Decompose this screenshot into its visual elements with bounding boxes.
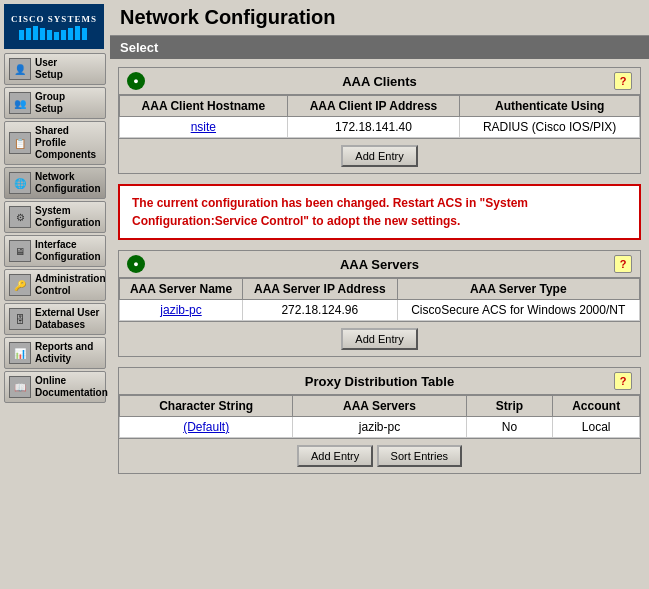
hostname-link[interactable]: nsite — [191, 120, 216, 134]
sidebar-label-system-config: SystemConfiguration — [35, 205, 101, 229]
char-string-link[interactable]: (Default) — [183, 420, 229, 434]
sidebar-item-network-config[interactable]: 🌐 NetworkConfiguration — [4, 167, 106, 199]
col-strip: Strip — [466, 396, 553, 417]
svg-rect-8 — [75, 26, 80, 40]
proxy-add-button[interactable]: Add Entry — [297, 445, 373, 467]
svg-rect-1 — [26, 28, 31, 40]
docs-icon: 📖 — [9, 376, 31, 398]
content-area: ● AAA Clients ? AAA Client Hostname AAA … — [110, 59, 649, 492]
cell-account: Local — [553, 417, 640, 438]
svg-rect-2 — [33, 26, 38, 40]
sidebar-item-admin-control[interactable]: 🔑 AdministrationControl — [4, 269, 106, 301]
svg-rect-0 — [19, 30, 24, 40]
sidebar-label-online-docs: OnlineDocumentation — [35, 375, 108, 399]
svg-rect-5 — [54, 32, 59, 40]
col-account: Account — [553, 396, 640, 417]
sidebar-item-system-config[interactable]: ⚙ SystemConfiguration — [4, 201, 106, 233]
aaa-servers-header: ● AAA Servers ? — [119, 251, 640, 278]
cisco-logo-text: CISCO SYSTEMS — [11, 14, 97, 24]
sidebar-item-reports[interactable]: 📊 Reports andActivity — [4, 337, 106, 369]
db-icon: 🗄 — [9, 308, 31, 330]
aaa-servers-panel: ● AAA Servers ? AAA Server Name AAA Serv… — [118, 250, 641, 357]
aaa-clients-add-button[interactable]: Add Entry — [341, 145, 417, 167]
cisco-logo: CISCO SYSTEMS — [4, 4, 104, 49]
cell-ip: 172.18.141.40 — [287, 117, 460, 138]
proxy-sort-button[interactable]: Sort Entries — [377, 445, 462, 467]
svg-rect-3 — [40, 28, 45, 40]
col-server-name: AAA Server Name — [120, 279, 243, 300]
proxy-distribution-header: Proxy Distribution Table ? — [119, 368, 640, 395]
aaa-clients-green-icon: ● — [127, 72, 145, 90]
aaa-clients-add-row: Add Entry — [119, 138, 640, 173]
network-icon: 🌐 — [9, 172, 31, 194]
sidebar-label-shared-profile: Shared ProfileComponents — [35, 125, 101, 161]
sidebar: CISCO SYSTEMS 👤 UserSetup 👥 GroupSetup 📋 — [0, 0, 110, 589]
table-row: (Default) jazib-pc No Local — [120, 417, 640, 438]
table-row: nsite 172.18.141.40 RADIUS (Cisco IOS/PI… — [120, 117, 640, 138]
server-name-link[interactable]: jazib-pc — [160, 303, 201, 317]
user-icon: 👤 — [9, 58, 31, 80]
aaa-servers-green-icon: ● — [127, 255, 145, 273]
svg-rect-7 — [68, 28, 73, 40]
sidebar-label-external-db: External UserDatabases — [35, 307, 99, 331]
system-icon: ⚙ — [9, 206, 31, 228]
sidebar-item-external-db[interactable]: 🗄 External UserDatabases — [4, 303, 106, 335]
reports-icon: 📊 — [9, 342, 31, 364]
cell-hostname: nsite — [120, 117, 288, 138]
aaa-clients-table: AAA Client Hostname AAA Client IP Addres… — [119, 95, 640, 138]
sidebar-item-user-setup[interactable]: 👤 UserSetup — [4, 53, 106, 85]
proxy-distribution-title: Proxy Distribution Table — [145, 374, 614, 389]
svg-rect-4 — [47, 30, 52, 40]
aaa-servers-title: AAA Servers — [145, 257, 614, 272]
main-content: Network Configuration Select ● AAA Clien… — [110, 0, 649, 589]
aaa-servers-table: AAA Server Name AAA Server IP Address AA… — [119, 278, 640, 321]
proxy-distribution-table: Character String AAA Servers Strip Accou… — [119, 395, 640, 438]
page-header: Network Configuration — [110, 0, 649, 36]
sidebar-label-reports: Reports andActivity — [35, 341, 93, 365]
sidebar-item-group-setup[interactable]: 👥 GroupSetup — [4, 87, 106, 119]
sidebar-label-group-setup: GroupSetup — [35, 91, 65, 115]
cell-strip: No — [466, 417, 553, 438]
proxy-distribution-add-row: Add Entry Sort Entries — [119, 438, 640, 473]
svg-rect-6 — [61, 30, 66, 40]
table-row: jazib-pc 272.18.124.96 CiscoSecure ACS f… — [120, 300, 640, 321]
sidebar-item-online-docs[interactable]: 📖 OnlineDocumentation — [4, 371, 106, 403]
cell-server-type: CiscoSecure ACS for Windows 2000/NT — [397, 300, 640, 321]
col-server-ip: AAA Server IP Address — [243, 279, 397, 300]
cell-char-string: (Default) — [120, 417, 293, 438]
aaa-servers-add-button[interactable]: Add Entry — [341, 328, 417, 350]
interface-icon: 🖥 — [9, 240, 31, 262]
aaa-servers-add-row: Add Entry — [119, 321, 640, 356]
cisco-logo-bars — [19, 26, 89, 40]
group-icon: 👥 — [9, 92, 31, 114]
aaa-clients-panel: ● AAA Clients ? AAA Client Hostname AAA … — [118, 67, 641, 174]
proxy-help-icon[interactable]: ? — [614, 372, 632, 390]
col-hostname: AAA Client Hostname — [120, 96, 288, 117]
shared-icon: 📋 — [9, 132, 31, 154]
aaa-clients-title: AAA Clients — [145, 74, 614, 89]
cell-server-ip: 272.18.124.96 — [243, 300, 397, 321]
sidebar-label-admin-control: AdministrationControl — [35, 273, 106, 297]
aaa-clients-header: ● AAA Clients ? — [119, 68, 640, 95]
col-char-string: Character String — [120, 396, 293, 417]
col-auth: Authenticate Using — [460, 96, 640, 117]
warning-text: The current configuration has been chang… — [132, 196, 528, 228]
warning-box: The current configuration has been chang… — [118, 184, 641, 240]
aaa-servers-help-icon[interactable]: ? — [614, 255, 632, 273]
svg-rect-9 — [82, 28, 87, 40]
sidebar-label-network-config: NetworkConfiguration — [35, 171, 101, 195]
page-title: Network Configuration — [120, 6, 336, 28]
aaa-clients-help-icon[interactable]: ? — [614, 72, 632, 90]
select-bar: Select — [110, 36, 649, 59]
cell-auth: RADIUS (Cisco IOS/PIX) — [460, 117, 640, 138]
sidebar-item-interface-config[interactable]: 🖥 InterfaceConfiguration — [4, 235, 106, 267]
admin-icon: 🔑 — [9, 274, 31, 296]
proxy-distribution-panel: Proxy Distribution Table ? Character Str… — [118, 367, 641, 474]
sidebar-label-interface-config: InterfaceConfiguration — [35, 239, 101, 263]
sidebar-item-shared-profile[interactable]: 📋 Shared ProfileComponents — [4, 121, 106, 165]
col-ip: AAA Client IP Address — [287, 96, 460, 117]
cell-proxy-aaa-servers: jazib-pc — [293, 417, 466, 438]
sidebar-label-user-setup: UserSetup — [35, 57, 63, 81]
col-server-type: AAA Server Type — [397, 279, 640, 300]
cell-server-name: jazib-pc — [120, 300, 243, 321]
